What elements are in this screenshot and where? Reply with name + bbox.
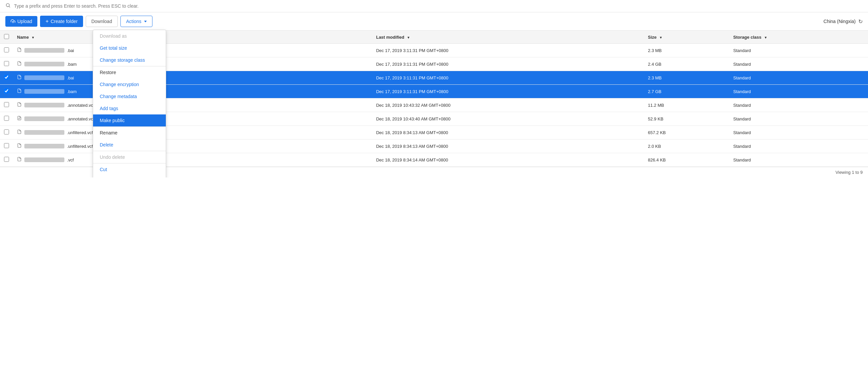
file-size: 2.7 GB (644, 85, 729, 98)
file-name-redacted (24, 103, 64, 108)
file-name-suffix: .annotated.vcf (67, 103, 94, 108)
file-last-modified: Dec 18, 2019 10:43:32 AM GMT+0800 (372, 98, 644, 112)
file-icon (17, 156, 22, 163)
file-last-modified: Dec 18, 2019 10:43:40 AM GMT+0800 (372, 112, 644, 126)
file-last-modified: Dec 17, 2019 3:11:31 PM GMT+0800 (372, 85, 644, 98)
file-last-modified: Dec 17, 2019 3:11:31 PM GMT+0800 (372, 57, 644, 71)
file-name-suffix: .vcf (67, 157, 74, 162)
file-storage-class: Standard (729, 112, 868, 126)
file-name-redacted (24, 130, 64, 135)
file-storage-class: Standard (729, 85, 868, 98)
col-header-size[interactable]: Size ▼ (644, 31, 729, 44)
create-folder-label: Create folder (51, 19, 78, 24)
dropdown-item-make-public[interactable]: Make public (93, 114, 166, 126)
file-last-modified: Dec 17, 2019 3:11:31 PM GMT+0800 (372, 44, 644, 57)
file-last-modified: Dec 17, 2019 3:11:31 PM GMT+0800 (372, 71, 644, 85)
refresh-icon[interactable]: ↻ (858, 18, 863, 25)
row-checkbox-8[interactable] (4, 157, 9, 162)
col-header-last-modified[interactable]: Last modified ▼ (372, 31, 644, 44)
dropdown-item-add-tags[interactable]: Add tags (93, 102, 166, 114)
search-icon (5, 3, 11, 9)
file-name-redacted (24, 157, 64, 162)
svg-point-0 (6, 4, 9, 7)
region-label: China (Ningxia) ↻ (824, 18, 863, 25)
name-sort-icon: ▼ (31, 36, 35, 39)
dropdown-item-change-storage-class[interactable]: Change storage class (93, 54, 166, 66)
download-button[interactable]: Download (86, 16, 118, 27)
file-icon (17, 75, 22, 81)
storage-class-sort-icon: ▼ (764, 36, 767, 39)
row-checkbox-1[interactable] (4, 61, 9, 66)
create-folder-button[interactable]: + Create folder (40, 16, 83, 27)
select-all-header (0, 31, 13, 44)
file-icon (17, 129, 22, 136)
file-name-suffix: .bam (67, 62, 77, 67)
file-size: 2.4 GB (644, 57, 729, 71)
file-last-modified: Dec 18, 2019 8:34:13 AM GMT+0800 (372, 140, 644, 153)
dropdown-item-cut[interactable]: Cut (93, 163, 166, 176)
file-icon (17, 102, 22, 109)
file-icon (17, 115, 22, 122)
search-input[interactable] (14, 3, 863, 9)
select-all-checkbox[interactable] (4, 34, 9, 39)
file-icon (17, 143, 22, 149)
row-checkbox-3[interactable] (4, 88, 9, 93)
file-name-redacted (24, 62, 64, 66)
file-size: 2.0 KB (644, 140, 729, 153)
row-checkbox-0[interactable] (4, 48, 9, 52)
file-last-modified: Dec 18, 2019 8:34:14 AM GMT+0800 (372, 153, 644, 167)
file-name-suffix: .bai (67, 76, 74, 81)
row-checkbox-5[interactable] (4, 116, 9, 121)
dropdown-item-delete[interactable]: Delete (93, 139, 166, 151)
dropdown-item-change-metadata[interactable]: Change metadata (93, 90, 166, 102)
row-checkbox-6[interactable] (4, 129, 9, 135)
upload-label: Upload (17, 19, 32, 24)
col-header-storage-class[interactable]: Storage class ▼ (729, 31, 868, 44)
file-name-redacted (24, 144, 64, 148)
row-checkbox-7[interactable] (4, 143, 9, 148)
actions-dropdown: Download asGet total sizeChange storage … (93, 30, 166, 177)
file-size: 657.2 KB (644, 126, 729, 140)
create-folder-icon: + (45, 18, 49, 24)
col-header-name[interactable]: Name ▼ (13, 31, 372, 44)
dropdown-item-download-as: Download as (93, 30, 166, 42)
file-name-redacted (24, 89, 64, 94)
file-name-redacted (24, 116, 64, 121)
size-sort-icon: ▼ (659, 36, 662, 39)
file-storage-class: Standard (729, 140, 868, 153)
row-checkbox-2[interactable] (4, 75, 9, 80)
dropdown-item-copy[interactable]: Copy (93, 176, 166, 177)
file-name-suffix: .bai (67, 48, 74, 53)
file-size: 11.2 MB (644, 98, 729, 112)
file-storage-class: Standard (729, 126, 868, 140)
file-icon (17, 61, 22, 67)
chevron-down-icon (144, 21, 147, 22)
file-storage-class: Standard (729, 98, 868, 112)
svg-line-1 (9, 6, 10, 7)
file-name-suffix: .unfiltered.vcf (67, 130, 93, 135)
file-size: 826.4 KB (644, 153, 729, 167)
file-storage-class: Standard (729, 153, 868, 167)
file-storage-class: Standard (729, 57, 868, 71)
dropdown-item-rename[interactable]: Rename (93, 127, 166, 139)
dropdown-item-undo-delete: Undo delete (93, 151, 166, 163)
search-bar (0, 0, 868, 12)
file-storage-class: Standard (729, 71, 868, 85)
actions-button[interactable]: Actions (120, 16, 152, 27)
file-icon (17, 88, 22, 95)
file-name-suffix: .bam (67, 89, 77, 94)
file-storage-class: Standard (729, 44, 868, 57)
download-label: Download (91, 19, 112, 24)
upload-button[interactable]: Upload (5, 16, 37, 27)
viewing-count: Viewing 1 to 9 (836, 170, 863, 175)
toolbar: Upload + Create folder Download Actions … (0, 12, 868, 31)
row-checkbox-4[interactable] (4, 102, 9, 107)
file-icon (17, 47, 22, 54)
file-last-modified: Dec 18, 2019 8:34:13 AM GMT+0800 (372, 126, 644, 140)
dropdown-item-restore[interactable]: Restore (93, 66, 166, 79)
file-size: 2.3 MB (644, 71, 729, 85)
dropdown-item-change-encryption[interactable]: Change encryption (93, 79, 166, 90)
file-name-redacted (24, 48, 64, 53)
dropdown-item-get-total-size[interactable]: Get total size (93, 42, 166, 54)
actions-label: Actions (126, 19, 142, 24)
